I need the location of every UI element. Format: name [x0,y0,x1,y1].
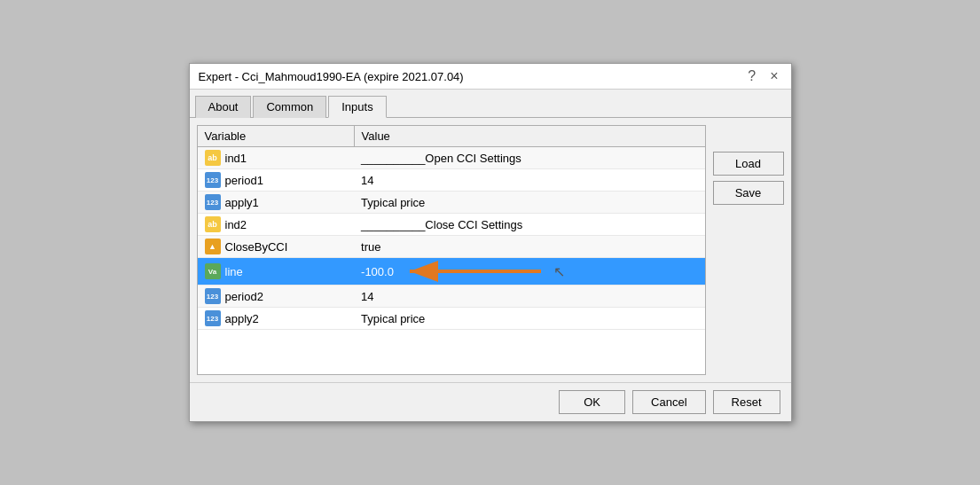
variable-icon: ▲ [205,239,221,254]
table-row[interactable]: 123apply2Typical price [198,308,705,330]
value-cell: Typical price [354,192,704,214]
reset-button[interactable]: Reset [713,390,780,414]
variable-name: period2 [225,290,263,303]
value-cell: 14 [354,169,704,192]
table-row[interactable]: Valine-100.0 ↖ [198,258,705,286]
table-scroll-area[interactable]: Variable Value abind1__________Open CCI … [198,126,705,374]
value-cell: 14 [354,286,704,308]
value-cell: -100.0 ↖ [354,258,704,286]
tab-common[interactable]: Common [253,96,326,118]
ok-button[interactable]: OK [559,390,625,414]
expert-window: Expert - Cci_Mahmoud1990-EA (expire 2021… [189,63,792,422]
value-cell: true [354,236,704,258]
inputs-table: Variable Value abind1__________Open CCI … [198,126,705,330]
col-variable-header: Variable [198,126,355,147]
cancel-button[interactable]: Cancel [632,390,705,414]
variable-icon: 123 [205,310,221,326]
variable-icon: 123 [205,288,221,304]
variable-icon: ab [205,150,221,166]
table-row[interactable]: ▲CloseByCCItrue [198,236,705,258]
table-row[interactable]: 123period214 [198,286,705,308]
variable-name: CloseByCCI [225,240,288,254]
selected-value: -100.0 [361,265,394,278]
side-buttons-panel: Load Save [713,125,784,375]
variable-name: ind2 [225,218,247,231]
variable-cell: 123apply2 [198,308,355,330]
variable-cell: 123apply1 [198,192,355,214]
variable-icon: 123 [205,172,221,188]
help-button[interactable]: ? [744,69,759,83]
variable-cell: 123period2 [198,286,355,308]
window-title: Expert - Cci_Mahmoud1990-EA (expire 2021… [199,70,464,83]
save-button[interactable]: Save [713,181,784,205]
variable-cell: abind1 [198,147,355,169]
value-cell: Typical price [354,308,704,330]
table-row[interactable]: 123apply1Typical price [198,192,705,214]
variable-icon: ab [205,216,221,232]
variable-name: apply2 [225,312,259,325]
footer: OK Cancel Reset [190,382,791,421]
main-content: Variable Value abind1__________Open CCI … [190,118,791,382]
variable-name: ind1 [225,152,247,165]
arrow-annotation [401,261,543,282]
close-button[interactable]: × [766,69,781,83]
value-cell: __________Close CCI Settings [354,214,704,236]
cursor-indicator: ↖ [553,263,565,280]
variable-icon: 123 [205,194,221,210]
variable-icon: Va [205,263,221,279]
tab-bar: About Common Inputs [190,90,791,118]
variable-cell: abind2 [198,214,355,236]
variable-cell: ▲CloseByCCI [198,236,355,258]
variable-cell: 123period1 [198,169,355,192]
tab-about[interactable]: About [195,96,252,118]
variable-name: line [225,265,243,278]
table-header-row: Variable Value [198,126,705,147]
table-row[interactable]: abind1__________Open CCI Settings [198,147,705,169]
variable-name: apply1 [225,196,259,209]
variable-name: period1 [225,174,263,187]
title-controls: ? × [744,69,781,83]
title-bar: Expert - Cci_Mahmoud1990-EA (expire 2021… [190,64,791,90]
table-row[interactable]: 123period114 [198,169,705,192]
inputs-table-container: Variable Value abind1__________Open CCI … [197,125,706,375]
variable-cell: Valine [198,258,355,286]
col-value-header: Value [354,126,704,147]
load-button[interactable]: Load [713,152,784,176]
value-cell: __________Open CCI Settings [354,147,704,169]
table-row[interactable]: abind2__________Close CCI Settings [198,214,705,236]
tab-inputs[interactable]: Inputs [328,96,386,118]
